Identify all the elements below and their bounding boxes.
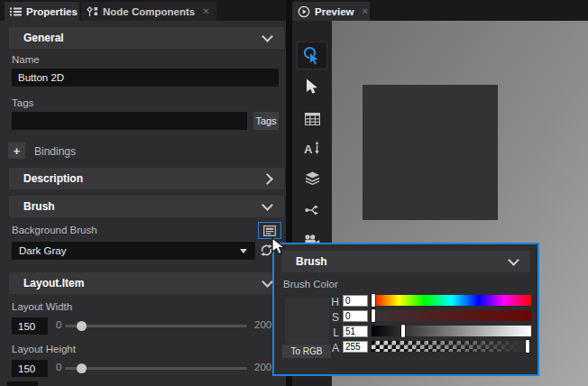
section-title: General — [23, 32, 64, 44]
layout-height-slider[interactable] — [65, 367, 247, 370]
interact-tool-button[interactable] — [297, 41, 327, 69]
section-header-general[interactable]: General — [9, 27, 284, 49]
section-title: Brush — [23, 200, 55, 213]
section-header-description[interactable]: Description — [9, 168, 284, 189]
dropdown-caret-icon — [240, 249, 247, 253]
tags-input[interactable] — [12, 112, 247, 130]
close-icon[interactable]: ✕ — [202, 6, 209, 16]
dropdown-value: Dark Gray — [19, 245, 66, 256]
tab-preview[interactable]: Preview ✕ — [292, 2, 370, 21]
tab-node-components[interactable]: Node Components ✕ — [81, 2, 216, 21]
name-label: Name — [12, 54, 40, 65]
channel-input-l[interactable] — [343, 326, 368, 337]
layout-height-label: Layout Height — [12, 344, 76, 354]
section-title: Layout.Item — [23, 277, 84, 290]
close-icon[interactable]: ✕ — [361, 6, 368, 16]
layers-tool-button[interactable] — [297, 164, 327, 192]
layers-icon — [305, 171, 320, 185]
properties-icon — [10, 6, 22, 17]
chevron-down-icon — [508, 254, 519, 266]
text-icon: A — [304, 142, 320, 155]
brush-color-swatch[interactable] — [285, 298, 329, 344]
channel-label-a: A — [328, 342, 339, 354]
alpha-bar[interactable] — [372, 341, 531, 352]
chevron-down-icon — [262, 31, 273, 42]
channel-input-s[interactable] — [343, 310, 368, 322]
tab-label: Preview — [315, 6, 354, 17]
slider-thumb[interactable] — [77, 321, 87, 331]
channel-label-h: H — [328, 296, 339, 308]
left-tab-bar: Properties ✕ Node Components ✕ — [0, 0, 286, 21]
brush-popup: Brush Brush Color To RGB H S L A — [272, 243, 539, 376]
section-title: Description — [23, 172, 83, 185]
slider-max-label: 200 — [254, 319, 271, 330]
select-tool-button[interactable] — [297, 73, 327, 101]
layout-width-label: Layout Width — [12, 301, 72, 312]
alpha-marker[interactable] — [526, 340, 529, 353]
brush-color-label: Brush Color — [283, 279, 338, 290]
channel-input-h[interactable] — [343, 295, 368, 307]
tags-label: Tags — [12, 97, 33, 108]
interact-cursor-icon — [303, 46, 321, 65]
chevron-down-icon — [262, 199, 273, 211]
channel-input-a[interactable] — [343, 341, 368, 353]
lightness-marker[interactable] — [401, 325, 405, 337]
bindings-label: Bindings — [34, 145, 76, 158]
text-tool-button[interactable]: A — [297, 134, 327, 162]
layout-width-input[interactable] — [12, 317, 48, 335]
name-input[interactable] — [12, 69, 279, 87]
tab-properties[interactable]: Properties ✕ — [5, 2, 79, 21]
saturation-bar[interactable] — [372, 310, 531, 321]
right-tab-bar: Preview ✕ — [286, 0, 588, 21]
saturation-marker[interactable] — [372, 309, 375, 322]
chevron-right-icon — [262, 173, 273, 185]
tab-label: Properties — [26, 6, 78, 17]
background-brush-dropdown[interactable]: Dark Gray — [12, 242, 255, 260]
chevron-down-icon — [262, 276, 273, 288]
slider-min-label: 0 — [56, 319, 61, 330]
connections-icon — [305, 203, 319, 217]
grid-icon — [305, 113, 320, 125]
tab-label: Node Components — [103, 6, 195, 17]
slider-max-label: 200 — [254, 362, 271, 372]
preview-icon — [298, 5, 310, 18]
channel-label-l: L — [328, 326, 339, 339]
section-header-layout-item[interactable]: Layout.Item — [9, 272, 284, 294]
hue-bar[interactable] — [372, 295, 531, 306]
next-input-partial — [7, 381, 38, 386]
select-cursor-icon — [306, 78, 319, 96]
to-rgb-button[interactable]: To RGB — [282, 345, 331, 358]
node-components-icon — [87, 6, 98, 17]
slider-thumb[interactable] — [77, 363, 87, 373]
layout-width-slider[interactable] — [65, 325, 247, 327]
connections-tool-button[interactable] — [297, 196, 327, 224]
background-brush-label: Background Brush — [12, 225, 97, 235]
tags-button[interactable]: Tags — [253, 112, 279, 130]
lightness-bar[interactable] — [372, 326, 531, 336]
channel-label-s: S — [328, 311, 339, 324]
section-header-brush[interactable]: Brush — [9, 196, 284, 217]
grid-tool-button[interactable] — [297, 105, 327, 133]
popup-header-brush[interactable]: Brush — [281, 251, 530, 272]
mouse-cursor — [271, 237, 287, 257]
layout-height-input[interactable] — [12, 360, 48, 377]
app-window: Properties ✕ Node Components ✕ Preview ✕… — [0, 0, 588, 386]
button-2d-node — [363, 85, 498, 220]
svg-text:A: A — [304, 142, 313, 156]
slider-min-label: 0 — [56, 362, 61, 372]
section-title: Brush — [296, 255, 327, 268]
hue-marker[interactable] — [372, 294, 375, 307]
properties-panel: General Name Tags Tags + Bindings Descri… — [0, 21, 286, 386]
add-binding-button[interactable]: + — [8, 142, 25, 159]
